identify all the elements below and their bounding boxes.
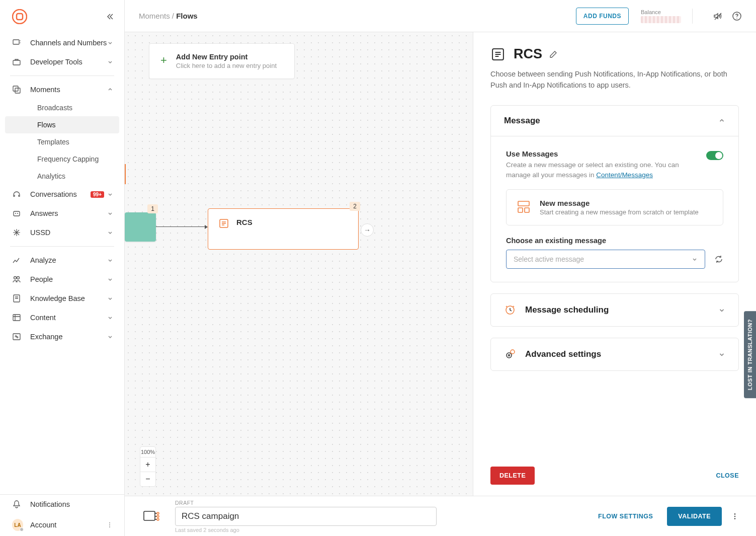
flow-name-input[interactable] bbox=[175, 507, 437, 526]
zoom-in-button[interactable]: + bbox=[140, 457, 155, 472]
start-node[interactable]: 1 bbox=[125, 212, 156, 242]
add-entry-point-card[interactable]: + Add New Entry point Click here to add … bbox=[149, 43, 295, 79]
nav-people[interactable]: People bbox=[0, 270, 124, 289]
bot-icon bbox=[12, 209, 23, 218]
svg-point-17 bbox=[109, 524, 110, 525]
svg-point-32 bbox=[157, 515, 159, 517]
use-messages-desc: Create a new message or select an existi… bbox=[506, 160, 687, 181]
svg-rect-24 bbox=[518, 208, 523, 212]
svg-point-29 bbox=[511, 350, 515, 354]
sub-flows[interactable]: Flows bbox=[5, 116, 119, 133]
chevron-down-icon bbox=[718, 307, 725, 314]
new-message-card[interactable]: New message Start creating a new message… bbox=[506, 189, 723, 225]
nav-label: Exchange bbox=[30, 333, 107, 341]
nav-label: Account bbox=[30, 521, 106, 529]
advanced-section-header[interactable]: Advanced settings bbox=[491, 338, 738, 370]
svg-rect-25 bbox=[525, 208, 529, 212]
sidebar: Channels and Numbers Developer Tools Mom… bbox=[0, 0, 125, 536]
svg-rect-14 bbox=[13, 315, 20, 321]
scheduling-section: Message scheduling bbox=[490, 293, 739, 327]
scheduling-section-header[interactable]: Message scheduling bbox=[491, 294, 738, 326]
rcs-node[interactable]: 2 RCS bbox=[208, 208, 359, 250]
content-messages-link[interactable]: Content/Messages bbox=[596, 171, 653, 179]
svg-point-31 bbox=[157, 512, 159, 514]
svg-rect-8 bbox=[14, 211, 20, 216]
chevron-up-icon bbox=[718, 117, 725, 124]
mute-icon[interactable] bbox=[713, 11, 723, 21]
logo[interactable] bbox=[12, 9, 27, 24]
feedback-tab[interactable]: LOST IN TRANSLATION? bbox=[744, 311, 756, 398]
chevron-down-icon bbox=[718, 351, 725, 358]
nav-conversations[interactable]: Conversations 99+ bbox=[0, 185, 124, 204]
moments-icon bbox=[12, 85, 23, 94]
help-icon[interactable] bbox=[732, 11, 742, 21]
chevron-down-icon bbox=[107, 334, 113, 340]
entry-subtitle: Click here to add a new entry point bbox=[176, 62, 277, 69]
nav-exchange[interactable]: Exchange bbox=[0, 327, 124, 346]
chevron-down-icon bbox=[107, 59, 113, 65]
nav-answers[interactable]: Answers bbox=[0, 204, 124, 223]
use-messages-toggle[interactable] bbox=[706, 151, 723, 160]
sub-analytics[interactable]: Analytics bbox=[5, 168, 119, 185]
nav-label: Channels and Numbers bbox=[30, 39, 107, 47]
template-icon bbox=[517, 200, 531, 214]
clock-icon bbox=[504, 304, 516, 316]
chart-icon bbox=[12, 256, 23, 265]
nav-moments[interactable]: Moments bbox=[0, 80, 124, 99]
nav-analyze[interactable]: Analyze bbox=[0, 251, 124, 270]
svg-rect-23 bbox=[518, 201, 529, 206]
delete-button[interactable]: DELETE bbox=[490, 467, 535, 485]
more-icon[interactable] bbox=[106, 521, 113, 528]
chevron-down-icon bbox=[107, 257, 113, 263]
chevron-down-icon bbox=[107, 276, 113, 282]
svg-point-36 bbox=[734, 518, 736, 519]
chevron-up-icon bbox=[107, 87, 113, 93]
content-icon bbox=[12, 313, 23, 322]
breadcrumb-current: Flows bbox=[176, 12, 198, 20]
message-section-header[interactable]: Message bbox=[491, 106, 738, 136]
nav-label: Answers bbox=[30, 209, 107, 217]
zoom-out-button[interactable]: − bbox=[140, 472, 155, 486]
nav-content[interactable]: Content bbox=[0, 308, 124, 327]
zoom-level: 100% bbox=[140, 447, 155, 457]
more-icon[interactable] bbox=[731, 512, 739, 520]
svg-point-10 bbox=[17, 213, 18, 214]
balance-value-redacted bbox=[641, 16, 681, 23]
breadcrumb-parent[interactable]: Moments bbox=[139, 12, 170, 20]
nav-knowledge-base[interactable]: Knowledge Base bbox=[0, 289, 124, 308]
add-funds-button[interactable]: ADD FUNDS bbox=[576, 8, 629, 25]
people-icon bbox=[12, 275, 23, 284]
svg-point-12 bbox=[17, 277, 20, 279]
select-message-dropdown[interactable]: Select active message bbox=[506, 250, 705, 269]
nav-channels[interactable]: Channels and Numbers bbox=[0, 33, 124, 52]
book-icon bbox=[12, 294, 23, 303]
chevron-down-icon bbox=[107, 315, 113, 321]
nav-notifications[interactable]: Notifications bbox=[0, 495, 124, 514]
edge bbox=[156, 226, 207, 227]
edit-icon[interactable] bbox=[549, 50, 557, 58]
close-button[interactable]: CLOSE bbox=[716, 472, 739, 479]
rcs-icon bbox=[218, 218, 229, 229]
sub-templates[interactable]: Templates bbox=[5, 133, 119, 150]
flow-settings-link[interactable]: FLOW SETTINGS bbox=[598, 513, 653, 520]
sub-broadcasts[interactable]: Broadcasts bbox=[5, 99, 119, 116]
bottom-bar: DRAFT Last saved 2 seconds ago FLOW SETT… bbox=[125, 496, 756, 536]
plus-icon: + bbox=[160, 54, 167, 67]
nav-ussd[interactable]: USSD bbox=[0, 223, 124, 242]
nav-account[interactable]: LA Account bbox=[0, 514, 124, 536]
balance: Balance bbox=[641, 9, 681, 23]
flow-canvas[interactable]: + Add New Entry point Click here to add … bbox=[125, 32, 473, 496]
rcs-node-title: RCS bbox=[236, 218, 253, 226]
rcs-icon bbox=[490, 47, 506, 62]
nav-dev-tools[interactable]: Developer Tools bbox=[0, 52, 124, 71]
chevron-down-icon bbox=[107, 40, 113, 46]
node-output-handle[interactable]: → bbox=[361, 223, 374, 237]
chevron-down-icon bbox=[692, 256, 698, 262]
svg-rect-15 bbox=[13, 334, 20, 340]
sub-frequency-capping[interactable]: Frequency Capping bbox=[5, 150, 119, 168]
refresh-icon[interactable] bbox=[714, 255, 723, 264]
select-placeholder: Select active message bbox=[514, 255, 584, 263]
validate-button[interactable]: VALIDATE bbox=[667, 507, 722, 526]
nav-label: USSD bbox=[30, 228, 107, 237]
collapse-sidebar-icon[interactable] bbox=[106, 13, 114, 21]
